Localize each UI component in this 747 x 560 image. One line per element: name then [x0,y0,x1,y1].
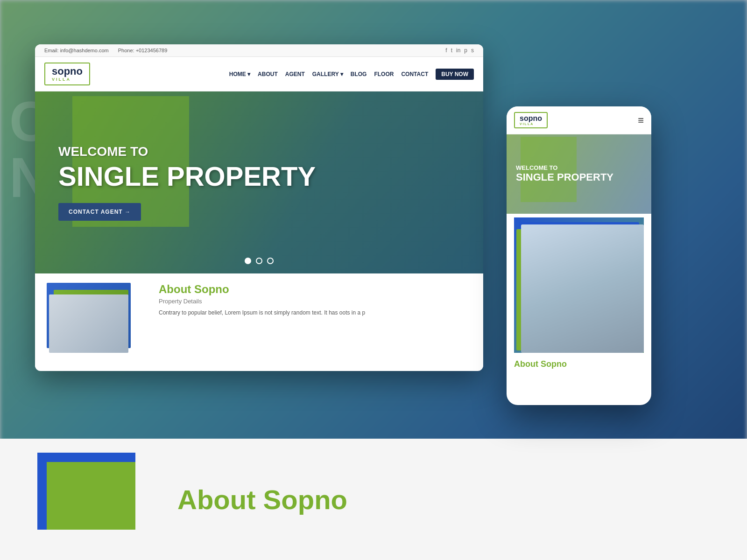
topbar: Email: info@hashdemo.com Phone: +0123456… [35,44,483,57]
page-bottom-title: About Sopno [177,484,347,515]
desktop-about-section: About Sopno Property Details Contrary to… [35,273,483,367]
hamburger-menu-icon[interactable]: ≡ [638,114,644,126]
logo-text-sub: VILLA [52,77,71,82]
dot-1[interactable] [245,258,251,264]
about-image-container [47,283,149,357]
page-bottom-green-box [47,462,135,530]
nav-buy-now[interactable]: BUY NOW [436,69,474,80]
page-bottom-image [37,453,159,546]
nav-home[interactable]: HOME ▾ [229,71,250,77]
topbar-social: f t in p s [445,47,474,54]
facebook-icon[interactable]: f [445,47,447,54]
desktop-logo[interactable]: sopno VILLA [44,63,90,85]
nav-about[interactable]: ABOUT [258,71,278,77]
mobile-prop-photo [521,224,644,353]
slider-dots [245,258,274,264]
about-label: About [159,283,194,295]
about-text-content: About Sopno Property Details Contrary to… [159,283,472,317]
about-img-photo [49,294,128,353]
mobile-property-image [514,217,644,353]
nav-links: HOME ▾ ABOUT AGENT GALLERY ▾ BLOG FLOOR … [229,69,474,80]
page-bottom-sopno: Sopno [263,484,347,515]
instagram-icon[interactable]: in [456,47,460,54]
nav-gallery[interactable]: GALLERY ▾ [312,71,343,77]
nav-agent[interactable]: AGENT [285,71,305,77]
hero-welcome-text: WELCOME TO [58,144,460,159]
hero-title-text: SINGLE PROPERTY [58,161,460,191]
mobile-navbar: sopno VILLA ≡ [507,106,651,134]
about-title: About Sopno [159,283,472,296]
dot-3[interactable] [267,258,274,264]
hero-content: WELCOME TO SINGLE PROPERTY CONTACT AGENT… [58,144,460,221]
about-brand: Sopno [194,283,229,295]
about-description: Contrary to popular belief, Lorem Ipsum … [159,308,472,317]
mobile-logo-main: sopno [520,115,542,122]
desktop-hero: WELCOME TO SINGLE PROPERTY CONTACT AGENT… [35,91,483,273]
mobile-mockup: sopno VILLA ≡ WELCOME TO SINGLE PROPERTY… [507,106,651,405]
mobile-hero: WELCOME TO SINGLE PROPERTY [507,134,651,214]
dribbble-icon[interactable]: s [471,47,474,54]
page-bottom-section: About Sopno [0,439,747,560]
nav-floor[interactable]: FLOOR [374,71,394,77]
mobile-logo-sub: VILLA [520,122,542,126]
logo-text-main: sopno [52,66,83,77]
twitter-icon[interactable]: t [451,47,452,54]
dot-2[interactable] [256,258,262,264]
nav-blog[interactable]: BLOG [351,71,367,77]
desktop-navbar: sopno VILLA HOME ▾ ABOUT AGENT GALLERY ▾… [35,57,483,91]
mobile-hero-title: SINGLE PROPERTY [516,171,642,183]
mobile-hero-welcome: WELCOME TO [516,164,642,171]
topbar-email: Email: info@hashdemo.com [44,48,109,53]
mobile-logo[interactable]: sopno VILLA [514,112,548,128]
desktop-mockup: Email: info@hashdemo.com Phone: +0123456… [35,44,483,371]
topbar-phone: Phone: +0123456789 [118,48,168,53]
mobile-about-text: About Sopno [507,353,651,376]
topbar-contact-info: Email: info@hashdemo.com Phone: +0123456… [44,48,167,53]
page-bottom-about: About [177,484,263,515]
mobile-divider [507,214,651,217]
mobile-about-label: About [514,359,541,369]
contact-agent-button[interactable]: CONTACT AGENT → [58,203,141,221]
nav-contact[interactable]: CONTACT [401,71,428,77]
mobile-about-brand: Sopno [541,359,567,369]
mobile-about-title: About Sopno [514,359,644,369]
about-subtitle: Property Details [159,298,472,305]
pinterest-icon[interactable]: p [464,47,467,54]
